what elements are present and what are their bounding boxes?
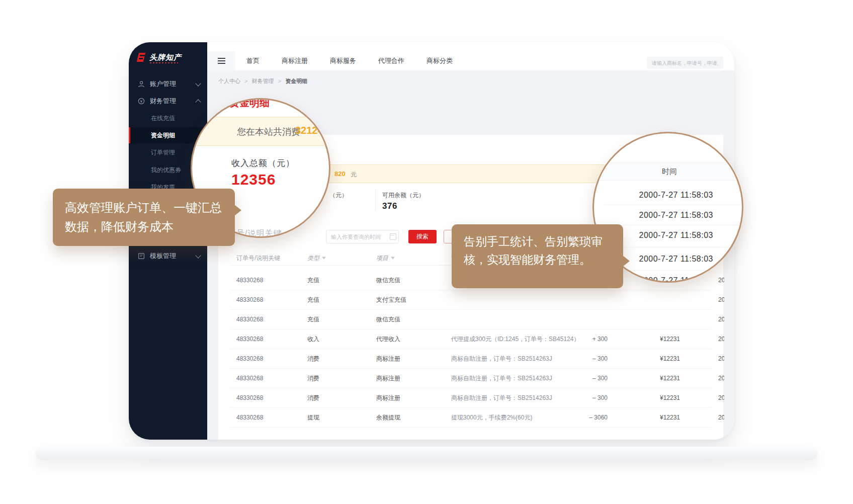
brand-logo-subline [150,62,178,63]
sidebar-item-template[interactable]: 模板管理 [129,248,207,264]
row-divider [604,225,742,225]
available-balance-label: 可用余额（元） [382,191,424,200]
magnified-time-column-header: 时间 [594,162,743,181]
sidebar-item-finance[interactable]: 财务管理 [129,94,207,109]
hamburger-menu-icon[interactable] [207,51,235,70]
magnified-time-cell: 2000-7-27 11:58:03 [639,255,713,264]
breadcrumb-separator: > [278,78,281,84]
sidebar-item-label: 财务管理 [150,97,176,106]
chevron-down-icon [195,80,201,86]
magnified-time-cell: 2000-7-27 11:58:03 [639,231,713,240]
stats-divider [375,189,376,211]
chevron-down-icon [195,253,201,258]
callout-left-text: 高效管理账户订单、一键汇总数据，降低财务成本 [65,201,222,233]
nav-item-agent-cooperation[interactable]: 代理合作 [378,56,404,65]
callout-left: 高效管理账户订单、一键汇总数据，降低财务成本 [53,189,235,246]
breadcrumb: 个人中心 > 财务管理 > 资金明细 [218,77,307,85]
sort-caret-icon [322,257,326,260]
magnified-time-cell: 2000-7-27 11:58:03 [639,211,713,220]
nav-item-trademark-register[interactable]: 商标注册 [282,56,308,65]
magnified-income-label: 收入总额（元） [231,157,295,169]
nav-item-trademark-service[interactable]: 商标服务 [330,56,356,65]
table-row[interactable]: 48330268 消费 商标注册 商标自助注册，订单号：SB2514263J –… [230,388,711,408]
available-balance-value: 376 [382,201,397,211]
sort-caret-icon [391,257,395,260]
sidebar-item-online-recharge[interactable]: 在线充值 [129,110,207,126]
top-navbar: 首页 商标注册 商标服务 代理合作 商标分类 [207,51,734,70]
finance-icon [138,98,145,105]
breadcrumb-separator: > [244,78,247,84]
table-row[interactable]: 48330268 收入 代理收入 代理提成300元（ID:1245，订单号：SB… [230,329,711,349]
nav-item-home[interactable]: 首页 [246,56,260,65]
brand-logo[interactable]: 头牌知产 [137,52,182,62]
col-header-order: 订单号/说明关键 [236,254,280,263]
chevron-up-icon [195,99,201,105]
trademark-search-input[interactable] [647,57,723,69]
magnified-time-cell: 2000-7-27 11:58:03 [639,191,713,200]
table-row[interactable]: 48330268 充值 支付宝充值 2000-7-27 11:58:03 [230,290,711,310]
nav-item-trademark-category[interactable]: 商标分类 [426,56,453,65]
table-row[interactable]: 48330268 充值 微信充值 2000-7-27 11:58:03 [230,309,711,329]
sidebar-item-account[interactable]: 账户管理 [129,76,207,92]
sidebar-item-label: 模板管理 [150,251,176,261]
calendar-icon[interactable] [390,233,396,240]
banner-amount: 820 [334,170,346,178]
row-divider [604,205,742,205]
page: 头牌知产 账户管理 财务管理 在线充值 资金明细 [0,0,853,504]
magnified-consumption-banner: 您在本站共消费 32124 [191,117,330,146]
banner-unit: 元 [351,171,357,179]
breadcrumb-personal-center[interactable]: 个人中心 [218,78,240,84]
breadcrumb-finance[interactable]: 财务管理 [252,78,274,84]
table-row[interactable]: 48330268 消费 商标注册 商标自助注册，订单号：SB2514263J –… [230,349,711,369]
table-row[interactable]: 48330268 消费 商标注册 商标自助注册，订单号：SB2514263J –… [230,368,711,388]
brand-logo-icon [137,52,147,62]
search-button[interactable]: 搜索 [408,230,437,243]
callout-arrow-icon [623,256,630,267]
callout-right-text: 告别手工统计、告别繁琐审核，实现智能财务管理。 [464,235,603,266]
spend-total-label: （元） [329,191,348,200]
brand-name: 头牌知产 [149,52,182,62]
table-row[interactable]: 48330268 提现 余额提现 提现3000元，手续费2%(60元) – 30… [230,407,711,428]
col-header-project[interactable]: 项目 [376,254,395,263]
sidebar-item-label: 账户管理 [150,79,176,89]
top-nav-list: 首页 商标注册 商标服务 代理合作 商标分类 [246,56,453,65]
col-header-type[interactable]: 类型 [307,254,326,263]
laptop-base [35,447,818,460]
breadcrumb-fund-detail: 资金明细 [285,78,307,84]
magnified-income-value: 12356 [231,171,276,188]
row-divider [604,247,742,247]
callout-arrow-icon [234,205,241,216]
user-icon [138,80,145,88]
callout-right: 告别手工统计、告别繁琐审核，实现智能财务管理。 [452,224,623,288]
date-query-input[interactable] [326,230,399,243]
template-icon [138,253,145,260]
